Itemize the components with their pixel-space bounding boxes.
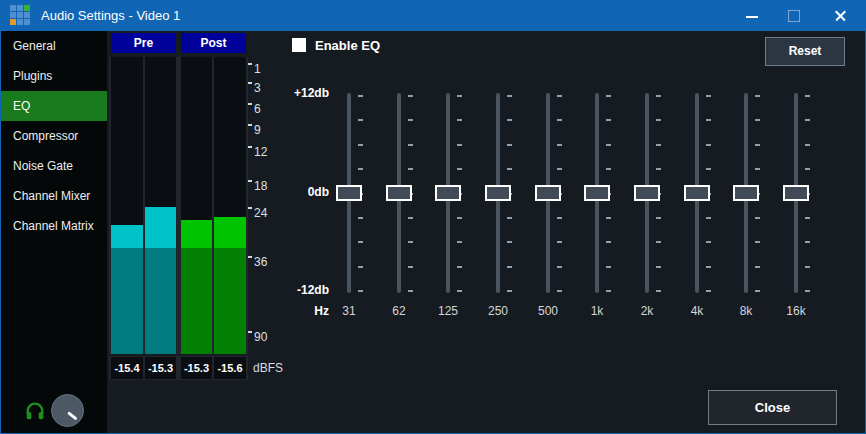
logo-cell (10, 12, 16, 18)
meter-value: -15.4 (111, 357, 143, 379)
eq-tick-mark (408, 144, 413, 146)
close-button[interactable]: Close (708, 390, 837, 425)
scale-tick-icon (248, 207, 252, 209)
logo-cell (24, 19, 30, 25)
logo-cell (10, 5, 16, 11)
sidebar-item-compressor[interactable]: Compressor (1, 121, 107, 151)
eq-band-thumb-500[interactable] (535, 185, 561, 201)
maximize-icon (788, 10, 800, 22)
enable-eq-checkbox[interactable] (292, 38, 306, 52)
sidebar-item-noise-gate[interactable]: Noise Gate (1, 151, 107, 181)
eq-band-freq-label: 125 (426, 304, 470, 318)
scale-tick-icon (248, 82, 252, 84)
eq-tick-mark (656, 266, 661, 268)
eq-tick-mark (557, 290, 562, 292)
eq-tick-mark (755, 266, 760, 268)
eq-tick-mark (358, 168, 363, 170)
eq-band-thumb-250[interactable] (485, 185, 511, 201)
meter-channel-bar (145, 57, 176, 354)
eq-band-thumb-16k[interactable] (783, 185, 809, 201)
scale-number: 18 (254, 179, 267, 193)
eq-tick-mark (805, 290, 810, 292)
eq-tick-mark (606, 144, 611, 146)
eq-tick-mark (457, 119, 462, 121)
eq-tick-mark (557, 217, 562, 219)
meter-bars-area (109, 57, 248, 354)
headphones-icon[interactable] (24, 400, 46, 422)
eq-tick-mark (656, 290, 661, 292)
eq-band-freq-label: 4k (675, 304, 719, 318)
meter-channel-bar (181, 57, 212, 354)
eq-band-thumb-31[interactable] (336, 185, 362, 201)
scale-number: 3 (254, 81, 261, 95)
eq-tick-mark (606, 241, 611, 243)
eq-tick-mark (507, 168, 512, 170)
eq-tick-mark (507, 290, 512, 292)
eq-tick-mark (557, 266, 562, 268)
eq-band-thumb-1k[interactable] (584, 185, 610, 201)
eq-tick-mark (408, 241, 413, 243)
eq-tick-mark (656, 95, 661, 97)
eq-tick-mark (706, 266, 711, 268)
eq-tick-mark (507, 144, 512, 146)
meter-level-dark (181, 248, 212, 354)
eq-tick-mark (656, 119, 661, 121)
minimize-icon (746, 16, 758, 18)
eq-tick-mark (656, 217, 661, 219)
eq-tick-mark (706, 241, 711, 243)
sidebar-item-general[interactable]: General (1, 31, 107, 61)
logo-cell (24, 5, 30, 11)
meter-channel-bar (111, 57, 143, 354)
meter-channel-bar (214, 57, 246, 354)
eq-band-freq-label: 31 (327, 304, 371, 318)
title-bar[interactable]: Audio Settings - Video 1 (1, 1, 865, 31)
scale-tick-icon (248, 331, 252, 333)
eq-tick-mark (457, 144, 462, 146)
eq-tick-mark (606, 168, 611, 170)
eq-tick-mark (408, 168, 413, 170)
eq-tick-mark (408, 266, 413, 268)
eq-tick-mark (656, 241, 661, 243)
eq-tick-mark (358, 266, 363, 268)
eq-tick-mark (755, 241, 760, 243)
eq-tick-mark (507, 95, 512, 97)
eq-tick-mark (755, 168, 760, 170)
eq-tick-mark (755, 119, 760, 121)
eq-tick-mark (408, 290, 413, 292)
eq-band-thumb-2k[interactable] (634, 185, 660, 201)
eq-tick-mark (606, 119, 611, 121)
eq-tick-mark (358, 217, 363, 219)
meter-level-dark (214, 248, 246, 354)
eq-tick-mark (507, 119, 512, 121)
close-window-button[interactable] (823, 1, 857, 31)
meter-header-pre: Pre (111, 33, 176, 53)
eq-band-thumb-8k[interactable] (733, 185, 759, 201)
sidebar-item-channel-mixer[interactable]: Channel Mixer (1, 181, 107, 211)
sidebar-item-plugins[interactable]: Plugins (1, 61, 107, 91)
scale-tick-icon (248, 180, 252, 182)
eq-tick-mark (507, 217, 512, 219)
audio-settings-dialog: Audio Settings - Video 1 GeneralPluginsE… (0, 0, 866, 434)
minimize-button[interactable] (735, 1, 769, 31)
eq-tick-mark (507, 241, 512, 243)
eq-tick-mark (457, 290, 462, 292)
meter-level-bright (145, 207, 176, 248)
eq-tick-mark (457, 168, 462, 170)
sidebar-item-eq[interactable]: EQ (1, 91, 107, 121)
scale-tick-icon (248, 124, 252, 126)
eq-tick-mark (755, 217, 760, 219)
eq-band-thumb-62[interactable] (386, 185, 412, 201)
volume-knob[interactable] (51, 394, 84, 427)
eq-tick-mark (557, 144, 562, 146)
eq-tick-mark (706, 95, 711, 97)
sidebar-item-channel-matrix[interactable]: Channel Matrix (1, 211, 107, 241)
eq-tick-mark (557, 119, 562, 121)
eq-band-thumb-4k[interactable] (684, 185, 710, 201)
logo-cell (10, 19, 16, 25)
eq-tick-mark (457, 241, 462, 243)
eq-tick-mark (507, 266, 512, 268)
eq-tick-mark (706, 119, 711, 121)
eq-band-freq-label: 250 (476, 304, 520, 318)
eq-band-thumb-125[interactable] (435, 185, 461, 201)
reset-button[interactable]: Reset (765, 37, 845, 66)
